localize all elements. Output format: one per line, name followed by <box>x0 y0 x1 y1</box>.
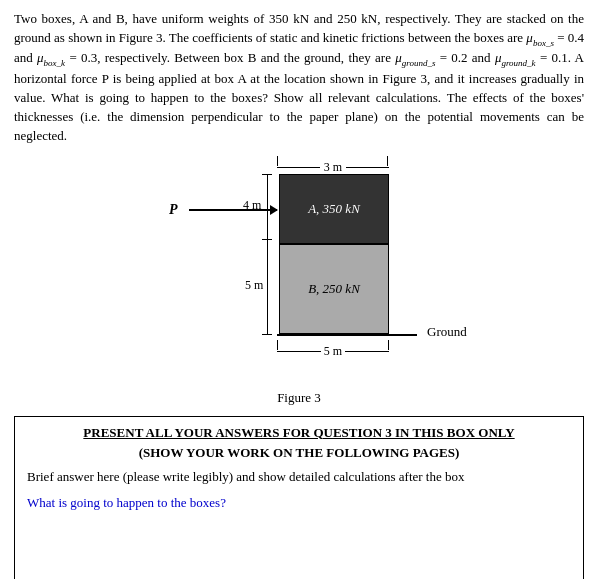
dim-5m-left-label: 5 m <box>245 278 263 293</box>
mu-box-s: μbox_s <box>526 30 554 45</box>
dim-5m-bottom-line-right <box>345 351 383 352</box>
problem-text: Two boxes, A and B, have uniform weights… <box>14 10 584 146</box>
p-arrow <box>189 209 277 211</box>
dim-3m-line <box>283 167 320 168</box>
figure-container: 3 m P 4 m <box>14 156 584 412</box>
dim-3m-right-tick <box>383 167 389 168</box>
box-b-label: B, 250 kN <box>308 281 360 297</box>
dim-5m-bottom: 5 m <box>277 344 389 359</box>
answer-box: PRESENT ALL YOUR ANSWERS FOR QUESTION 3 … <box>14 416 584 580</box>
answer-box-header: PRESENT ALL YOUR ANSWERS FOR QUESTION 3 … <box>27 425 571 441</box>
dim-5m-bottom-label: 5 m <box>321 344 345 359</box>
box-b: B, 250 kN <box>279 244 389 334</box>
dim-5m-bottom-vtick-left <box>277 340 278 350</box>
mu-ground-s: μground_s <box>395 50 435 65</box>
figure-inner: 3 m P 4 m <box>129 156 469 386</box>
dim-5m-bottom-line-left <box>283 351 321 352</box>
dim-3m: 3 m <box>277 160 389 175</box>
dim-4m-line <box>267 174 268 239</box>
answer-question-text: What is going to happen to the boxes? <box>27 495 226 510</box>
answer-area[interactable] <box>27 511 571 580</box>
box-a: A, 350 kN <box>279 174 389 244</box>
answer-box-question: What is going to happen to the boxes? <box>27 495 571 511</box>
mu-box-k: μbox_k <box>37 50 65 65</box>
answer-box-brief: Brief answer here (please write legibly)… <box>27 469 571 485</box>
mu-ground-k: μground_k <box>495 50 536 65</box>
dim-3m-line2 <box>346 167 383 168</box>
figure-caption: Figure 3 <box>277 390 321 406</box>
answer-header-text: PRESENT ALL YOUR ANSWERS FOR QUESTION 3 … <box>83 425 514 440</box>
dim-5m-bottom-right-tick <box>383 351 389 352</box>
dim-5m-bottom-vtick-right <box>388 340 389 350</box>
box-a-label: A, 350 kN <box>308 201 360 217</box>
main-container: Two boxes, A and B, have uniform weights… <box>0 0 598 579</box>
ground-line <box>277 334 417 336</box>
dim-5m-left-bottom-tick <box>262 334 272 335</box>
dim-4m-label: 4 m <box>243 198 261 213</box>
ground-label: Ground <box>427 324 467 340</box>
dim-3m-vtick-left <box>277 156 278 166</box>
dim-3m-vtick-right <box>387 156 388 166</box>
dim-3m-label: 3 m <box>320 160 346 175</box>
dim-5m-left-line <box>267 239 268 334</box>
answer-box-subheader: (SHOW YOUR WORK ON THE FOLLOWING PAGES) <box>27 445 571 461</box>
p-label: P <box>169 202 178 218</box>
